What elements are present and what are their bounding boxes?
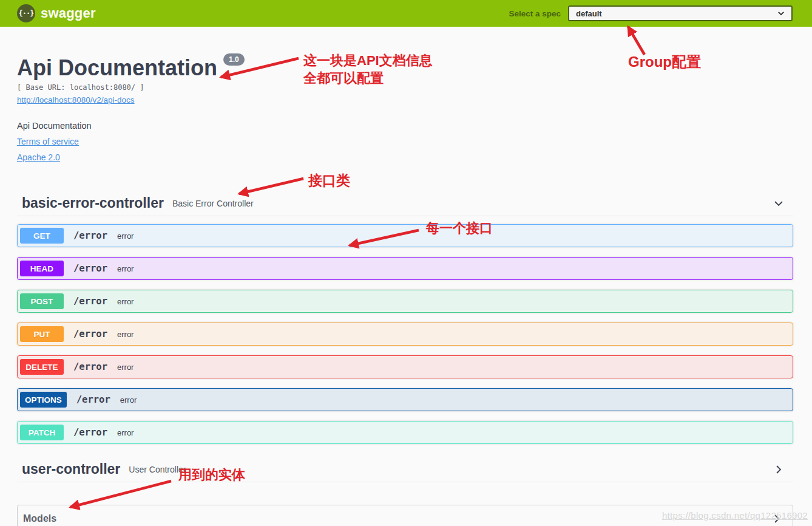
chevron-down-icon	[773, 197, 785, 210]
method-badge: GET	[20, 228, 64, 244]
api-title-text: Api Documentation	[17, 57, 217, 79]
operation-summary: error	[117, 363, 134, 372]
select-spec-label: Select a spec	[509, 9, 561, 18]
operation-summary: error	[117, 297, 134, 306]
tag-description: Basic Error Controller	[172, 199, 254, 208]
models-title: Models	[23, 513, 56, 524]
operation-summary: error	[117, 264, 134, 273]
operation-row-put-error[interactable]: PUT /error error	[17, 323, 793, 346]
base-url: [ Base URL: localhost:8080/ ]	[17, 83, 793, 92]
method-badge: DELETE	[20, 359, 64, 375]
operation-path: /error	[73, 263, 107, 274]
tag-description: User Controller	[129, 465, 186, 474]
spec-select-value: default	[576, 9, 602, 18]
operation-path: /error	[73, 296, 107, 307]
watermark: https://blog.csdn.net/qq122516902	[662, 510, 808, 521]
page-title: Api Documentation 1.0	[17, 57, 245, 79]
tag-section-header-user-controller[interactable]: user-controller User Controller	[17, 461, 793, 482]
operation-row-head-error[interactable]: HEAD /error error	[17, 257, 793, 280]
version-badge: 1.0	[223, 53, 245, 66]
operation-row-patch-error[interactable]: PATCH /error error	[17, 421, 793, 444]
swagger-brand: {··} swagger	[17, 4, 96, 22]
operation-summary: error	[117, 330, 134, 339]
spec-selector: Select a spec default	[509, 5, 793, 21]
method-badge: PUT	[20, 326, 64, 342]
chevron-down-icon	[777, 9, 785, 18]
swagger-logo-icon: {··}	[17, 4, 35, 22]
operation-summary: error	[117, 231, 134, 241]
chevron-right-icon	[773, 463, 785, 476]
operation-row-post-error[interactable]: POST /error error	[17, 290, 793, 313]
operation-path: /error	[76, 394, 110, 405]
operation-summary: error	[120, 395, 137, 405]
tag-section-header-basic-error-controller[interactable]: basic-error-controller Basic Error Contr…	[17, 195, 793, 216]
api-description: Api Documentation	[17, 121, 793, 131]
tag-name: user-controller	[22, 461, 120, 477]
operation-row-delete-error[interactable]: DELETE /error error	[17, 355, 793, 378]
license-link[interactable]: Apache 2.0	[17, 152, 60, 162]
main-content: Api Documentation 1.0 [ Base URL: localh…	[0, 27, 812, 526]
spec-select-dropdown[interactable]: default	[568, 5, 793, 21]
topbar: {··} swagger Select a spec default	[0, 0, 812, 27]
operation-path: /error	[73, 361, 107, 372]
operation-path: /error	[73, 427, 107, 438]
swagger-logo-text: swagger	[41, 5, 96, 21]
operation-summary: error	[117, 428, 134, 437]
operation-path: /error	[73, 329, 107, 340]
method-badge: POST	[20, 293, 64, 309]
operation-row-get-error[interactable]: GET /error error	[17, 224, 793, 247]
operation-row-options-error[interactable]: OPTIONS /error error	[17, 388, 793, 411]
operations-list: GET /error error HEAD /error error POST …	[17, 224, 793, 444]
operation-path: /error	[73, 230, 107, 241]
api-docs-link[interactable]: http://localhost:8080/v2/api-docs	[17, 95, 135, 104]
method-badge: HEAD	[20, 261, 64, 276]
method-badge: OPTIONS	[20, 392, 67, 408]
terms-of-service-link[interactable]: Terms of service	[17, 137, 79, 146]
method-badge: PATCH	[20, 425, 64, 440]
tag-name: basic-error-controller	[22, 195, 164, 211]
